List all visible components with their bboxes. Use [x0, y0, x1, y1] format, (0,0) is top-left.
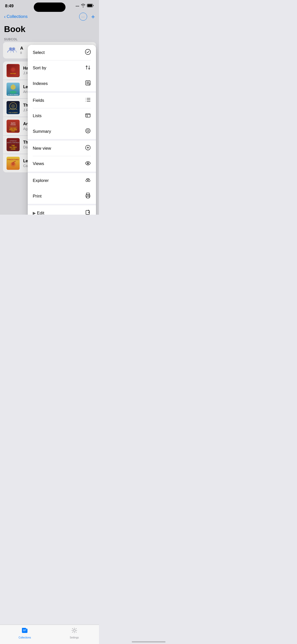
menu-summary-label: Summary [33, 129, 51, 134]
menu-item-lists[interactable]: Lists [28, 108, 96, 124]
menu-views-label: Views [33, 161, 44, 166]
fields-icon [85, 97, 91, 104]
indexes-icon [85, 80, 91, 87]
dropdown-menu: Select Sort by Indexes [28, 45, 96, 215]
menu-item-fields[interactable]: Fields [28, 93, 96, 108]
expand-icon: ▶ [33, 211, 37, 215]
svg-point-49 [88, 180, 90, 182]
svg-point-48 [86, 180, 88, 182]
svg-rect-54 [86, 210, 89, 214]
svg-point-53 [89, 196, 89, 196]
menu-item-select[interactable]: Select [28, 45, 96, 60]
svg-point-47 [88, 163, 88, 163]
menu-item-newview[interactable]: New view [28, 141, 96, 156]
menu-select-label: Select [33, 50, 45, 55]
menu-newview-label: New view [33, 146, 51, 151]
menu-edit-label: ▶ Edit [33, 211, 44, 215]
sort-icon [85, 65, 91, 72]
menu-indexes-label: Indexes [33, 81, 48, 86]
menu-fields-label: Fields [33, 98, 44, 103]
menu-item-edit[interactable]: ▶ Edit [28, 205, 96, 215]
svg-rect-52 [87, 196, 89, 198]
menu-item-indexes[interactable]: Indexes [28, 76, 96, 91]
edit-icon [85, 209, 91, 215]
menu-item-views[interactable]: Views [28, 156, 96, 172]
summary-icon [85, 128, 91, 135]
lists-icon [85, 112, 91, 120]
svg-rect-42 [86, 114, 90, 117]
print-icon [85, 192, 91, 200]
menu-item-summary[interactable]: Summary [28, 124, 96, 139]
menu-explorer-label: Explorer [33, 178, 49, 183]
svg-point-43 [86, 128, 90, 133]
menu-print-label: Print [33, 194, 42, 199]
svg-point-39 [85, 49, 91, 55]
menu-item-sortby[interactable]: Sort by [28, 60, 96, 76]
menu-item-explorer[interactable]: Explorer [28, 173, 96, 188]
plus-circle-icon [85, 145, 91, 152]
menu-lists-label: Lists [33, 113, 42, 118]
checkmark-circle-icon [85, 49, 91, 56]
binoculars-icon [85, 177, 91, 184]
eye-icon [85, 160, 91, 168]
menu-sortby-label: Sort by [33, 66, 46, 71]
menu-item-print[interactable]: Print [28, 188, 96, 204]
svg-point-44 [87, 130, 89, 132]
